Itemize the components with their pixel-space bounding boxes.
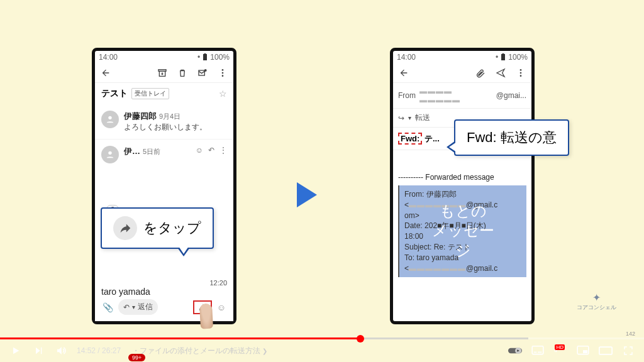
captions-button[interactable] — [531, 344, 545, 358]
svg-point-7 — [222, 72, 224, 74]
message-2[interactable]: 伊…5日前 ☺ ↶ ⋮ — [95, 140, 233, 170]
callout-text: をタップ — [143, 219, 201, 238]
volume-button[interactable] — [54, 344, 68, 358]
avatar — [101, 146, 119, 163]
player-controls: 14:52 / 26:27 ・ファイルの添付とメールの転送方法 ❯ HD — [0, 339, 644, 362]
svg-rect-23 — [599, 347, 612, 354]
status-bar: 14:00 • 100% — [95, 51, 233, 63]
theater-button[interactable] — [599, 344, 613, 358]
svg-rect-19 — [534, 352, 537, 353]
msg-snippet: よろしくお願いします。 — [124, 122, 227, 133]
finger-pointer — [199, 304, 213, 329]
fwd-prefix-highlight: Fwd: — [398, 133, 422, 145]
page-badge: 142 — [626, 331, 635, 337]
emoji-icon[interactable]: ☺ — [217, 302, 226, 312]
fullscreen-button[interactable] — [621, 344, 635, 358]
autoplay-toggle[interactable] — [508, 344, 522, 358]
mark-unread-icon[interactable] — [197, 67, 208, 79]
from-blur: ▬▬▬▬ ▬▬▬▬▬ — [419, 87, 492, 104]
phone-left: 14:00 • 100% テスト 受信トレイ ☆ 伊藤四郎9月4日 よろしくお願… — [92, 48, 236, 324]
svg-point-8 — [222, 75, 224, 77]
svg-point-13 — [520, 69, 522, 71]
callout-text: Fwd: 転送の意 — [467, 129, 557, 145]
svg-rect-18 — [532, 346, 543, 354]
more-icon[interactable] — [515, 67, 526, 79]
battery-pct: 100% — [210, 53, 230, 62]
message-1[interactable]: 伊藤四郎9月4日 よろしくお願いします。 — [95, 104, 233, 140]
time-display: 14:52 / 26:27 — [77, 346, 121, 355]
status-time: 14:00 — [99, 53, 118, 62]
miniplayer-button[interactable] — [576, 344, 590, 358]
trash-icon[interactable] — [177, 67, 188, 79]
archive-icon[interactable] — [157, 67, 168, 79]
more-icon[interactable]: ⋮ — [219, 146, 227, 163]
svg-rect-12 — [502, 53, 504, 54]
forward-header: ---------- Forwarded message — [398, 173, 526, 182]
back-icon[interactable] — [100, 67, 111, 79]
battery-icon — [501, 53, 506, 61]
emoji-icon[interactable]: ☺ — [196, 146, 203, 163]
status-time: 14:00 — [397, 53, 416, 62]
svg-rect-1 — [204, 53, 206, 54]
forward-icon — [113, 216, 137, 240]
mode-label: 転送 — [415, 112, 430, 123]
sender-name: 伊藤四郎 — [124, 111, 157, 121]
battery-pct: 100% — [508, 53, 528, 62]
subject-row: テスト 受信トレイ ☆ — [95, 83, 233, 104]
svg-point-5 — [204, 69, 207, 72]
battery-icon — [203, 53, 208, 61]
status-bar: 14:00 • 100% — [393, 51, 531, 63]
quoted-block: From: 伊藤四郎 <▬▬▬▬▬▬▬@gmail.c om> Date: 20… — [398, 185, 526, 277]
avatar — [101, 111, 119, 128]
hd-badge: HD — [555, 344, 565, 350]
play-button[interactable] — [9, 344, 23, 358]
settings-button[interactable]: HD — [553, 344, 567, 358]
svg-rect-11 — [501, 54, 505, 60]
sender-name: 伊… — [124, 146, 140, 156]
attach-icon[interactable] — [475, 67, 486, 79]
more-icon[interactable] — [217, 67, 228, 79]
chapter-title[interactable]: ・ファイルの添付とメールの転送方法 ❯ — [132, 346, 267, 356]
from-value: @gmai... — [496, 91, 526, 100]
arrow-right-icon — [297, 182, 317, 207]
reply-icon[interactable]: ↶ — [208, 146, 214, 163]
svg-point-15 — [520, 75, 522, 77]
phone-right: 14:00 • 100% From ▬▬▬▬ ▬▬▬▬▬ @gmai... ↪ … — [390, 48, 535, 324]
attach-icon[interactable]: 📎 — [103, 302, 113, 312]
msg-time: 12:20 — [101, 279, 227, 287]
callout-fwd-meaning: Fwd: 転送の意 — [454, 119, 569, 156]
msg-date: 5日前 — [143, 148, 160, 155]
callout-tap-forward: をタップ — [101, 207, 214, 249]
msg-date: 9月4日 — [159, 112, 180, 120]
status-right: • 100% — [496, 53, 528, 62]
svg-point-14 — [520, 72, 522, 74]
from-row[interactable]: From ▬▬▬▬ ▬▬▬▬▬ @gmai... — [393, 83, 531, 109]
mail-toolbar — [95, 63, 233, 83]
svg-rect-20 — [538, 352, 541, 353]
overlay-label: もとの メッセージ — [431, 202, 495, 261]
star-icon[interactable]: ☆ — [219, 89, 227, 99]
chevron-down-icon: ▾ — [408, 114, 411, 121]
svg-point-10 — [108, 151, 111, 155]
status-dot: • — [197, 53, 200, 62]
watermark: ✦ コアコンシェル — [577, 292, 616, 312]
expanded-message: 12:20 taro yamada 📎 ↶ ▾ 返信 ☺ — [95, 275, 233, 321]
svg-point-6 — [222, 69, 224, 71]
from-label: From — [398, 91, 416, 100]
forward-mode-icon: ↪ — [398, 114, 404, 123]
send-icon[interactable] — [495, 67, 506, 79]
svg-rect-22 — [583, 350, 587, 353]
next-button[interactable] — [31, 344, 45, 358]
bottom-sender: taro yamada — [101, 287, 227, 297]
compose-toolbar — [393, 63, 531, 83]
status-right: • 100% — [197, 53, 230, 62]
reply-pill[interactable]: ↶ ▾ 返信 — [118, 299, 158, 315]
reply-icon: ↶ — [123, 303, 130, 312]
compose-body[interactable]: ---------- Forwarded message From: 伊藤四郎 … — [393, 150, 531, 282]
reply-label: 返信 — [138, 302, 153, 312]
status-dot: • — [496, 53, 498, 62]
svg-point-9 — [108, 116, 111, 119]
inbox-chip: 受信トレイ — [131, 88, 169, 99]
back-icon[interactable] — [398, 67, 409, 79]
svg-rect-0 — [203, 54, 207, 60]
